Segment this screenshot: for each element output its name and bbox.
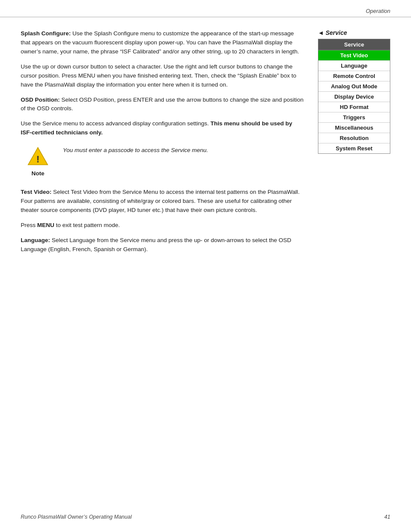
- service-menu-item-system-reset[interactable]: System Reset: [318, 143, 390, 153]
- menu-exit-normal: Press: [21, 222, 37, 228]
- service-menu-item-display-device[interactable]: Display Device: [318, 92, 390, 102]
- osd-position-para: OSD Position: Select OSD Position, press…: [21, 96, 304, 114]
- warning-icon: !: [27, 145, 49, 168]
- service-menu-item-remote-control[interactable]: Remote Control: [318, 71, 390, 81]
- test-video-para: Test Video: Select Test Video from the S…: [21, 188, 304, 215]
- menu-items-container: Test VideoLanguageRemote ControlAnalog O…: [318, 50, 390, 153]
- svg-text:!: !: [36, 154, 40, 165]
- service-menu-item-analog-out-mode[interactable]: Analog Out Mode: [318, 81, 390, 92]
- service-menu-item-resolution[interactable]: Resolution: [318, 133, 390, 143]
- service-intro-normal: Use the Service menu to access advanced …: [21, 120, 211, 127]
- test-video-term: Test Video:: [21, 189, 52, 195]
- note-box: ! Note You must enter a passcode to acce…: [21, 145, 304, 178]
- menu-exit-bold: MENU: [37, 222, 54, 228]
- test-video-text: Select Test Video from the Service Menu …: [21, 189, 300, 213]
- splash-configure-term: Splash Configure:: [21, 30, 71, 37]
- page-footer: Runco PlasmaWall Owner’s Operating Manua…: [0, 514, 411, 520]
- sidebar-header: ◄ Service: [318, 29, 390, 36]
- cursor-para: Use the up or down cursor button to sele…: [21, 62, 304, 90]
- sidebar: ◄ Service Service Test VideoLanguageRemo…: [318, 29, 390, 260]
- menu-exit-para: Press MENU to exit test pattern mode.: [21, 221, 304, 230]
- note-left: ! Note: [21, 145, 55, 178]
- header-label: Operation: [366, 8, 390, 14]
- service-menu-item-test-video[interactable]: Test Video: [318, 50, 390, 61]
- content-area: Splash Configure: Use the Splash Configu…: [0, 17, 411, 260]
- page-header: Operation: [0, 0, 411, 17]
- language-text: Select Language from the Service menu an…: [21, 237, 291, 252]
- service-menu-title: Service: [318, 39, 390, 50]
- service-menu-item-triggers[interactable]: Triggers: [318, 112, 390, 123]
- service-menu-item-hd-format[interactable]: HD Format: [318, 102, 390, 112]
- service-intro-para: Use the Service menu to access advanced …: [21, 119, 304, 137]
- sidebar-title: Service: [326, 29, 347, 36]
- service-menu: Service Test VideoLanguageRemote Control…: [318, 39, 390, 154]
- service-menu-item-miscellaneous[interactable]: Miscellaneous: [318, 123, 390, 133]
- splash-configure-para: Splash Configure: Use the Splash Configu…: [21, 29, 304, 56]
- osd-position-text: Select OSD Position, press ENTER and use…: [21, 96, 304, 112]
- main-text: Splash Configure: Use the Splash Configu…: [21, 29, 304, 260]
- language-term: Language:: [21, 237, 50, 243]
- footer-page-number: 41: [384, 514, 390, 520]
- sidebar-arrow: ◄: [318, 29, 326, 36]
- note-label: Note: [31, 169, 44, 178]
- page: Operation Splash Configure: Use the Spla…: [0, 0, 411, 532]
- note-text: You must enter a passcode to access the …: [63, 145, 208, 155]
- menu-exit-normal2: to exit test pattern mode.: [54, 222, 120, 228]
- service-menu-item-language[interactable]: Language: [318, 61, 390, 71]
- language-para: Language: Select Language from the Servi…: [21, 236, 304, 254]
- footer-left: Runco PlasmaWall Owner’s Operating Manua…: [21, 514, 132, 520]
- osd-position-term: OSD Position:: [21, 96, 60, 103]
- note-text-content: You must enter a passcode to access the …: [63, 147, 208, 153]
